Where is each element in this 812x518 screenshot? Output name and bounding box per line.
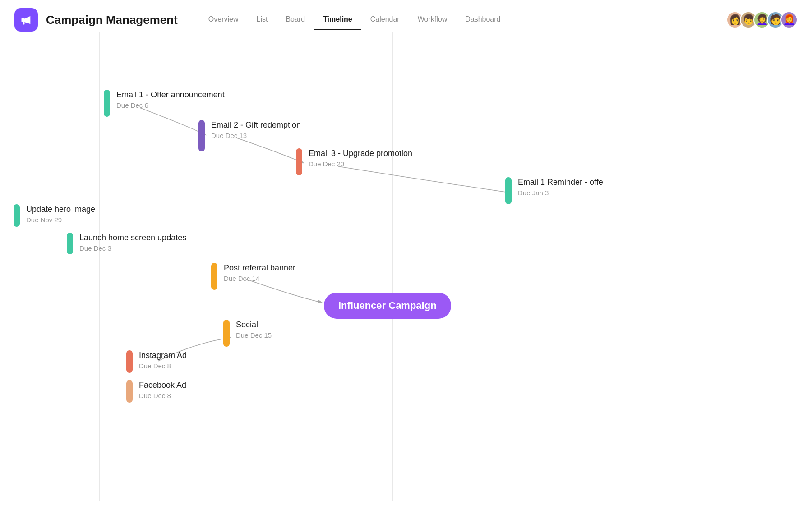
- task-name-email1reminder: Email 1 Reminder - offe: [518, 177, 603, 188]
- timeline-area: Email 1 - Offer announcement Due Dec 6 E…: [0, 32, 812, 501]
- tab-list[interactable]: List: [248, 10, 277, 30]
- task-info-facebookad: Facebook Ad Due Dec 8: [139, 380, 186, 399]
- tab-workflow[interactable]: Workflow: [409, 10, 457, 30]
- task-info-email1reminder: Email 1 Reminder - offe Due Jan 3: [518, 177, 603, 197]
- task-due-email1reminder: Due Jan 3: [518, 189, 603, 197]
- task-info-email3: Email 3 - Upgrade promotion Due Dec 20: [309, 148, 412, 168]
- tab-calendar[interactable]: Calendar: [361, 10, 409, 30]
- task-info-launchhome: Launch home screen updates Due Dec 3: [79, 233, 186, 252]
- task-bar-updatehero: [14, 204, 20, 227]
- avatar-5: 👩‍🦰: [780, 11, 798, 28]
- task-launchhome[interactable]: Launch home screen updates Due Dec 3: [67, 233, 186, 254]
- task-name-updatehero: Update hero image: [26, 204, 95, 215]
- task-info-updatehero: Update hero image Due Nov 29: [26, 204, 95, 224]
- task-email1reminder[interactable]: Email 1 Reminder - offe Due Jan 3: [505, 177, 603, 204]
- task-name-email3: Email 3 - Upgrade promotion: [309, 148, 412, 159]
- task-email3[interactable]: Email 3 - Upgrade promotion Due Dec 20: [296, 148, 412, 175]
- task-info-social: Social Due Dec 15: [236, 320, 272, 339]
- task-bar-email3: [296, 148, 302, 175]
- grid-line-3: [392, 32, 393, 501]
- task-instagramad[interactable]: Instagram Ad Due Dec 8: [126, 350, 187, 373]
- task-info-email1: Email 1 - Offer announcement Due Dec 6: [116, 90, 225, 109]
- task-due-social: Due Dec 15: [236, 331, 272, 339]
- avatars: 👩 👦 👩‍🦱 🧑 👩‍🦰: [726, 11, 798, 28]
- task-name-launchhome: Launch home screen updates: [79, 233, 186, 243]
- svg-rect-0: [22, 18, 24, 22]
- task-info-email2: Email 2 - Gift redemption Due Dec 13: [211, 120, 301, 139]
- task-bar-email1reminder: [505, 177, 512, 204]
- task-due-postreferral: Due Dec 14: [224, 275, 295, 282]
- task-email1[interactable]: Email 1 - Offer announcement Due Dec 6: [104, 90, 225, 117]
- svg-rect-1: [23, 22, 25, 25]
- task-updatehero[interactable]: Update hero image Due Nov 29: [14, 204, 95, 227]
- task-due-launchhome: Due Dec 3: [79, 244, 186, 252]
- task-due-updatehero: Due Nov 29: [26, 216, 95, 224]
- task-bar-email1: [104, 90, 110, 117]
- task-due-email2: Due Dec 13: [211, 132, 301, 139]
- task-email2[interactable]: Email 2 - Gift redemption Due Dec 13: [198, 120, 301, 151]
- grid-line-4: [535, 32, 535, 501]
- grid-line-1: [99, 32, 100, 501]
- task-name-postreferral: Post referral banner: [224, 263, 295, 273]
- tab-board[interactable]: Board: [277, 10, 314, 30]
- task-name-email2: Email 2 - Gift redemption: [211, 120, 301, 130]
- task-bar-postreferral: [211, 263, 217, 290]
- task-due-instagramad: Due Dec 8: [139, 362, 187, 370]
- task-social[interactable]: Social Due Dec 15: [223, 320, 272, 347]
- megaphone-icon: [20, 14, 32, 26]
- tab-timeline[interactable]: Timeline: [314, 10, 361, 30]
- task-name-influencer: Influencer Campaign: [338, 300, 437, 312]
- task-bar-social: [223, 320, 230, 347]
- task-info-postreferral: Post referral banner Due Dec 14: [224, 263, 295, 282]
- task-due-email1: Due Dec 6: [116, 101, 225, 109]
- task-name-email1: Email 1 - Offer announcement: [116, 90, 225, 100]
- task-name-facebookad: Facebook Ad: [139, 380, 186, 390]
- task-facebookad[interactable]: Facebook Ad Due Dec 8: [126, 380, 186, 403]
- task-bar-facebookad: [126, 380, 133, 403]
- header: Campaign Management Overview List Board …: [0, 0, 812, 32]
- task-bar-launchhome: [67, 233, 73, 254]
- task-name-instagramad: Instagram Ad: [139, 350, 187, 361]
- tab-dashboard[interactable]: Dashboard: [456, 10, 509, 30]
- task-influencer[interactable]: Influencer Campaign: [324, 293, 451, 319]
- nav-tabs: Overview List Board Timeline Calendar Wo…: [199, 10, 726, 30]
- tab-overview[interactable]: Overview: [199, 10, 248, 30]
- task-bar-instagramad: [126, 350, 133, 373]
- task-due-facebookad: Due Dec 8: [139, 392, 186, 399]
- task-info-instagramad: Instagram Ad Due Dec 8: [139, 350, 187, 370]
- app-icon: [14, 8, 38, 32]
- task-due-email3: Due Dec 20: [309, 160, 412, 168]
- task-name-social: Social: [236, 320, 272, 330]
- task-bar-email2: [198, 120, 205, 151]
- task-postreferral[interactable]: Post referral banner Due Dec 14: [211, 263, 295, 290]
- app-title: Campaign Management: [46, 13, 178, 27]
